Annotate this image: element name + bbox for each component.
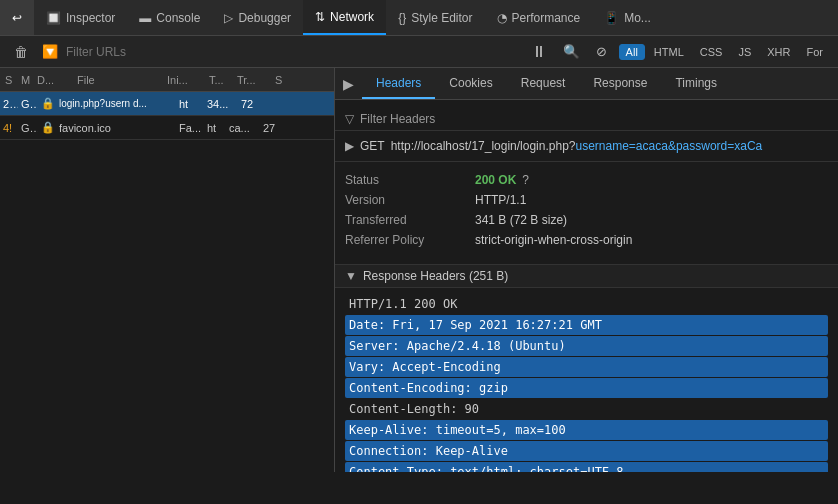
filter-headers-label: Filter Headers: [360, 112, 435, 126]
tab-headers[interactable]: Headers: [362, 68, 435, 99]
col-type-header: T...: [206, 74, 234, 86]
tab-timings[interactable]: Timings: [661, 68, 731, 99]
debugger-button[interactable]: ▷ Debugger: [212, 0, 303, 35]
list-item: Content-Encoding: gzip: [345, 378, 828, 398]
table-row[interactable]: 4! GE 🔒 favicon.ico Fa... ht ca... 27: [0, 116, 334, 140]
list-item: Connection: Keep-Alive: [345, 441, 828, 461]
domain-lock-icon: 🔒: [38, 121, 56, 134]
initiator-cell: Fa...: [176, 122, 204, 134]
right-panel-content: ▽ Filter Headers ▶ GET http://localhost/…: [335, 100, 838, 472]
response-headers-content: HTTP/1.1 200 OK Date: Fri, 17 Sep 2021 1…: [335, 288, 838, 472]
filter-js-button[interactable]: JS: [731, 44, 758, 60]
filter-html-button[interactable]: HTML: [647, 44, 691, 60]
network-list: S M D... File Ini... T... Tr... S 200 GE…: [0, 68, 335, 472]
tab-response[interactable]: Response: [579, 68, 661, 99]
col-size-header: S: [272, 74, 292, 86]
debugger-label: Debugger: [238, 11, 291, 25]
filter-css-button[interactable]: CSS: [693, 44, 730, 60]
network-label: Network: [330, 10, 374, 24]
toolbar: ↩ 🔲 Inspector ▬ Console ▷ Debugger ⇅ Net…: [0, 0, 838, 36]
inspector-icon: 🔲: [46, 11, 61, 25]
right-panel: ▶ Headers Cookies Request Response Timin…: [335, 68, 838, 472]
request-url: http://localhost/17_login/login.php?user…: [391, 139, 763, 153]
network-rows: 200 GE 🔒 login.php?usern d... ht 34... 7…: [0, 92, 334, 472]
transferred-row: Transferred 341 B (72 B size): [345, 210, 828, 230]
type-cell: ht: [204, 122, 226, 134]
performance-button[interactable]: ◔ Performance: [485, 0, 593, 35]
get-url-line: ▶ GET http://localhost/17_login/login.ph…: [335, 135, 838, 162]
transferred-cell: 72: [238, 98, 272, 110]
back-icon: ↩: [12, 11, 22, 25]
console-icon: ▬: [139, 11, 151, 25]
pause-icon: ⏸: [531, 43, 547, 60]
initiator-cell: ht: [176, 98, 204, 110]
filter-icon: 🔽: [42, 44, 58, 59]
more-tools-label: Mo...: [624, 11, 651, 25]
referrer-row: Referrer Policy strict-origin-when-cross…: [345, 230, 828, 250]
help-icon[interactable]: ?: [522, 173, 529, 187]
list-item: Vary: Accept-Encoding: [345, 357, 828, 377]
list-item: HTTP/1.1 200 OK: [345, 294, 828, 314]
status-label: Status: [345, 173, 475, 187]
nav-back-button[interactable]: ↩: [0, 0, 34, 35]
console-label: Console: [156, 11, 200, 25]
section-chevron-icon[interactable]: ▼: [345, 269, 357, 283]
col-initiator-header: Ini...: [164, 74, 206, 86]
list-item: Date: Fri, 17 Sep 2021 16:27:21 GMT: [345, 315, 828, 335]
col-domain-header: D...: [34, 74, 74, 86]
network-button[interactable]: ⇅ Network: [303, 0, 386, 35]
method-cell: GE: [18, 122, 38, 134]
pause-button[interactable]: ⏸: [527, 41, 551, 63]
transferred-cell: ca...: [226, 122, 260, 134]
block-icon: ⊘: [596, 44, 607, 59]
filter-headers-icon: ▽: [345, 112, 354, 126]
col-status-header: S: [2, 74, 18, 86]
url-base: http://localhost/17_login/login.php?: [391, 139, 576, 153]
trash-icon: 🗑: [14, 44, 28, 60]
style-editor-button[interactable]: {} Style Editor: [386, 0, 484, 35]
main-content: S M D... File Ini... T... Tr... S 200 GE…: [0, 68, 838, 472]
col-method-header: M: [18, 74, 34, 86]
domain-lock-icon: 🔒: [38, 97, 56, 110]
request-method: GET: [360, 139, 385, 153]
performance-label: Performance: [512, 11, 581, 25]
search-icon: 🔍: [563, 44, 580, 59]
col-file-header: File: [74, 74, 164, 86]
list-item: Content-Type: text/html; charset=UTF-8: [345, 462, 828, 472]
style-editor-label: Style Editor: [411, 11, 472, 25]
filter-all-button[interactable]: All: [619, 44, 645, 60]
more-tools-button[interactable]: 📱 Mo...: [592, 0, 663, 35]
inspector-label: Inspector: [66, 11, 115, 25]
clear-button[interactable]: 🗑: [8, 44, 34, 60]
performance-icon: ◔: [497, 11, 507, 25]
response-headers-section-header: ▼ Response Headers (251 B): [335, 264, 838, 288]
filter-input[interactable]: [66, 45, 519, 59]
version-label: Version: [345, 193, 475, 207]
debugger-icon: ▷: [224, 11, 233, 25]
expand-icon[interactable]: ▶: [345, 139, 354, 153]
block-button[interactable]: ⊘: [592, 42, 611, 61]
url-params: username=acaca&password=xaCa: [575, 139, 762, 153]
file-cell: favicon.ico: [56, 122, 176, 134]
referrer-label: Referrer Policy: [345, 233, 475, 247]
play-button[interactable]: ▶: [335, 76, 362, 92]
tab-request[interactable]: Request: [507, 68, 580, 99]
tab-cookies[interactable]: Cookies: [435, 68, 506, 99]
filter-xhr-button[interactable]: XHR: [760, 44, 797, 60]
file-cell: login.php?usern d...: [56, 98, 176, 109]
response-headers-title: Response Headers (251 B): [363, 269, 508, 283]
inspector-button[interactable]: 🔲 Inspector: [34, 0, 127, 35]
table-row[interactable]: 200 GE 🔒 login.php?usern d... ht 34... 7…: [0, 92, 334, 116]
filter-for-button[interactable]: For: [800, 44, 831, 60]
tabs-row: ▶ Headers Cookies Request Response Timin…: [335, 68, 838, 100]
version-row: Version HTTP/1.1: [345, 190, 828, 210]
network-icon: ⇅: [315, 10, 325, 24]
transferred-label: Transferred: [345, 213, 475, 227]
status-row: Status 200 OK ?: [345, 170, 828, 190]
filter-headers-bar: ▽ Filter Headers: [335, 108, 838, 131]
col-transferred-header: Tr...: [234, 74, 272, 86]
console-button[interactable]: ▬ Console: [127, 0, 212, 35]
column-headers: S M D... File Ini... T... Tr... S: [0, 68, 334, 92]
filter-types: All HTML CSS JS XHR For: [619, 44, 830, 60]
search-button[interactable]: 🔍: [559, 42, 584, 61]
